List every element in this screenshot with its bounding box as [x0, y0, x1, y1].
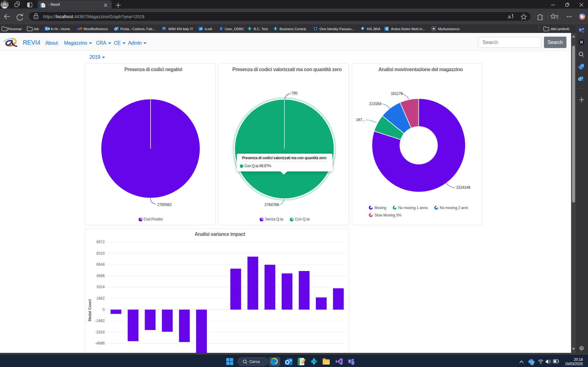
svg-text:User_ODBC: User_ODBC [225, 27, 244, 31]
svg-text:R: R [79, 26, 82, 31]
svg-text:-1662: -1662 [95, 319, 105, 323]
svg-text:2784766: 2784766 [264, 203, 279, 207]
svg-text:Presenza di codici valorizzati: Presenza di codici valorizzati ma con qu… [232, 67, 342, 72]
svg-text:Posta - Carboni, Fab...: Posta - Carboni, Fab... [120, 27, 155, 31]
svg-text:Cerca: Cerca [249, 360, 260, 364]
svg-text:Analisi movimentazione del mag: Analisi movimentazione del magazzino [378, 67, 463, 72]
svg-text:0: 0 [103, 308, 105, 312]
svg-text:8310: 8310 [96, 251, 105, 256]
svg-text:Moving: Moving [375, 206, 386, 210]
svg-text:Senza Q.ta: Senza Q.ta [265, 217, 283, 221]
svg-text:A: A [508, 14, 511, 19]
svg-text:795: 795 [291, 91, 297, 95]
svg-text:Job: Job [33, 27, 39, 31]
svg-text:-4986: -4986 [95, 341, 105, 345]
svg-text:K+N - Home: K+N - Home [51, 27, 70, 31]
svg-text:No moving 2 anni: No moving 2 anni [440, 206, 468, 210]
svg-text:S: S [46, 27, 48, 30]
svg-text:167...: 167... [356, 118, 365, 122]
svg-text:Active Roles Web In...: Active Roles Web In... [391, 27, 425, 31]
svg-text:-3324: -3324 [95, 330, 105, 334]
svg-text:B.C. Test: B.C. Test [254, 27, 268, 31]
svg-text:WIKI KN Italy IT: WIKI KN Italy IT [168, 27, 193, 31]
svg-text:T: T [580, 29, 582, 32]
svg-text:Analisi variance impact: Analisi variance impact [195, 232, 245, 237]
svg-text:9972: 9972 [96, 240, 105, 244]
svg-text:213162: 213162 [369, 102, 381, 106]
svg-text:6648: 6648 [96, 262, 105, 267]
svg-text:One Identity Passwo...: One Identity Passwo... [320, 27, 354, 31]
svg-text:KN JIRA: KN JIRA [367, 27, 381, 31]
svg-text:Slow Moving 5%: Slow Moving 5% [375, 213, 402, 217]
svg-text:Business Central.: Business Central. [280, 27, 307, 31]
svg-text:3324: 3324 [96, 285, 105, 289]
svg-text:it.edi: it.edi [205, 27, 212, 31]
svg-text:Altri preferiti: Altri preferiti [551, 27, 569, 31]
svg-text:2785562: 2785562 [157, 203, 172, 207]
svg-text:181178: 181178 [391, 91, 403, 96]
svg-text:T: T [349, 360, 351, 363]
svg-text:Personal: Personal [8, 27, 22, 31]
svg-text:Presenza di codici negativi: Presenza di codici negativi [124, 67, 182, 72]
svg-text:MyAssistance: MyAssistance [438, 27, 460, 31]
svg-text:Medal Count: Medal Count [88, 299, 92, 321]
svg-text:1662: 1662 [96, 296, 105, 300]
svg-text:WordReference: WordReference [83, 27, 108, 31]
svg-text:No moving 1 anno: No moving 1 anno [398, 206, 428, 210]
svg-text:Cod.Positivi: Cod.Positivi [144, 217, 163, 221]
svg-text:4986: 4986 [96, 274, 105, 278]
svg-text:Con Q.ta: Con Q.ta [295, 217, 310, 221]
svg-text:2224146: 2224146 [456, 185, 470, 190]
svg-text:https://localhost:44387/Magazz: https://localhost:44387/Magazzino/Graph?… [43, 14, 144, 19]
